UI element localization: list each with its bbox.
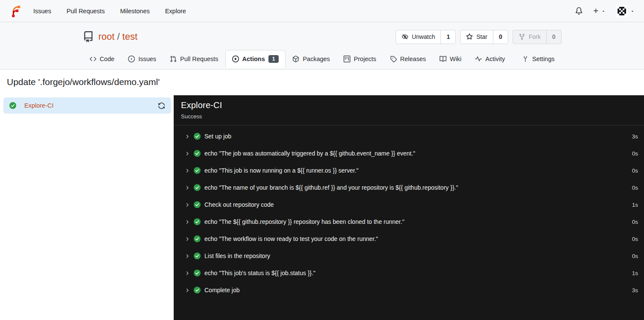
tab-label: Wiki	[450, 56, 461, 62]
success-check-icon	[194, 167, 201, 174]
chevron-right-icon[interactable]	[184, 151, 190, 156]
step-row-2[interactable]: echo "The job was automatically triggere…	[174, 145, 644, 162]
step-name: Complete job	[204, 287, 240, 294]
repo-action-buttons: Unwatch1Star0Fork0	[396, 30, 562, 44]
nav-link-milestones[interactable]: Milestones	[120, 8, 149, 15]
tab-packages[interactable]: Packages	[286, 50, 337, 68]
step-name: echo "The ${{ github.repository }} repos…	[204, 218, 404, 225]
tab-settings[interactable]: Settings	[515, 50, 561, 68]
pulse-icon	[475, 56, 482, 62]
step-row-8[interactable]: List files in the repository0s	[174, 247, 644, 264]
code-icon	[90, 56, 96, 62]
repo-header: root/test Unwatch1Star0Fork0 CodeIssuesP…	[0, 22, 644, 70]
tab-label: Issues	[138, 56, 156, 62]
tab-label: Projects	[354, 56, 376, 62]
notifications-button[interactable]	[575, 7, 583, 15]
chevron-right-icon[interactable]	[184, 253, 190, 259]
step-row-6[interactable]: echo "The ${{ github.repository }} repos…	[174, 213, 644, 230]
bell-icon	[575, 7, 583, 15]
step-duration: 0s	[632, 185, 638, 191]
tab-label: Actions	[242, 56, 265, 62]
step-duration: 0s	[632, 219, 638, 225]
job-steps-list: Set up job3secho "The job was automatica…	[174, 126, 644, 299]
step-row-4[interactable]: echo "The name of your branch is ${{ git…	[174, 179, 644, 196]
project-icon	[344, 56, 350, 62]
pr-icon	[170, 56, 177, 62]
job-title: Explore-CI	[181, 100, 637, 110]
job-log-header: Explore-CI Success	[174, 95, 644, 126]
sidebar-job-explore-ci[interactable]: Explore-CI	[3, 97, 171, 114]
tab-wiki[interactable]: Wiki	[433, 50, 468, 68]
navbar-right	[575, 5, 635, 17]
repo-owner-link[interactable]: root	[99, 31, 115, 42]
step-row-7[interactable]: echo "The workflow is now ready to test …	[174, 230, 644, 247]
step-duration: 0s	[632, 253, 638, 259]
fork-label: Fork	[529, 33, 541, 40]
job-log-panel: Explore-CI Success Set up job3secho "The…	[174, 95, 644, 320]
tab-activity[interactable]: Activity	[468, 50, 512, 68]
step-name: echo "The name of your branch is ${{ git…	[204, 184, 458, 191]
star-label: Star	[476, 33, 487, 40]
chevron-down-icon	[601, 9, 606, 13]
step-duration: 1s	[632, 202, 638, 208]
step-name: echo "The workflow is now ready to test …	[204, 235, 378, 242]
step-duration: 0s	[632, 150, 638, 157]
step-row-1[interactable]: Set up job3s	[174, 128, 644, 145]
unwatch-count[interactable]: 1	[440, 30, 455, 44]
repo-name-link[interactable]: test	[122, 31, 137, 42]
step-name: echo "This job's status is ${{ job.statu…	[204, 270, 315, 276]
chevron-right-icon[interactable]	[184, 270, 190, 276]
step-row-5[interactable]: Check out repository code1s	[174, 196, 644, 213]
tab-actions[interactable]: Actions1	[225, 50, 286, 68]
run-body: Explore-CI Explore-CI Success Set up job…	[0, 95, 644, 320]
unwatch-button[interactable]: Unwatch1	[396, 30, 456, 44]
tab-label: Activity	[485, 56, 505, 62]
chevron-right-icon[interactable]	[184, 185, 190, 191]
star-icon	[466, 33, 473, 40]
tab-count-badge: 1	[268, 55, 279, 63]
tab-issues[interactable]: Issues	[121, 50, 163, 68]
tab-code[interactable]: Code	[83, 50, 122, 68]
step-name: echo "The job was automatically triggere…	[204, 150, 415, 157]
rerun-refresh-icon[interactable]	[158, 102, 165, 109]
create-new-button[interactable]	[593, 8, 606, 14]
page-title: Update '.forgejo/workflows/demo.yaml'	[7, 77, 160, 87]
book-icon	[440, 56, 446, 62]
fork-button: Fork0	[513, 30, 562, 44]
step-duration: 3s	[632, 133, 638, 140]
success-check-icon	[194, 235, 201, 242]
user-menu-button[interactable]	[616, 5, 635, 17]
forgejo-logo-icon[interactable]	[9, 5, 22, 18]
success-check-icon	[194, 150, 201, 157]
step-row-9[interactable]: echo "This job's status is ${{ job.statu…	[174, 264, 644, 282]
tab-pull-requests[interactable]: Pull Requests	[163, 50, 225, 68]
avatar	[616, 5, 628, 17]
tab-projects[interactable]: Projects	[337, 50, 383, 68]
tab-releases[interactable]: Releases	[383, 50, 433, 68]
run-title-row: Update '.forgejo/workflows/demo.yaml'	[0, 70, 644, 95]
eye-slash-icon	[402, 33, 408, 40]
step-row-3[interactable]: echo "This job is now running on a ${{ r…	[174, 162, 644, 179]
job-name-label: Explore-CI	[24, 102, 54, 109]
success-check-icon	[194, 201, 201, 208]
issue-icon	[128, 56, 135, 62]
chevron-right-icon[interactable]	[184, 134, 190, 139]
tools-icon	[522, 56, 529, 62]
nav-link-pull-requests[interactable]: Pull Requests	[67, 8, 105, 15]
star-button[interactable]: Star0	[460, 30, 508, 44]
job-status-label: Success	[181, 113, 637, 120]
chevron-right-icon[interactable]	[184, 202, 190, 208]
nav-link-issues[interactable]: Issues	[33, 8, 51, 15]
chevron-right-icon[interactable]	[184, 219, 190, 225]
tab-label: Settings	[532, 56, 554, 62]
fork-count[interactable]: 0	[546, 30, 561, 44]
star-count[interactable]: 0	[493, 30, 508, 44]
step-row-10[interactable]: Complete job3s	[174, 282, 644, 299]
step-duration: 0s	[632, 236, 638, 242]
chevron-right-icon[interactable]	[184, 168, 190, 173]
chevron-right-icon[interactable]	[184, 288, 190, 293]
tab-label: Pull Requests	[180, 56, 218, 62]
repo-title-row: root/test Unwatch1Star0Fork0	[83, 29, 562, 44]
chevron-right-icon[interactable]	[184, 236, 190, 242]
nav-link-explore[interactable]: Explore	[165, 8, 186, 15]
